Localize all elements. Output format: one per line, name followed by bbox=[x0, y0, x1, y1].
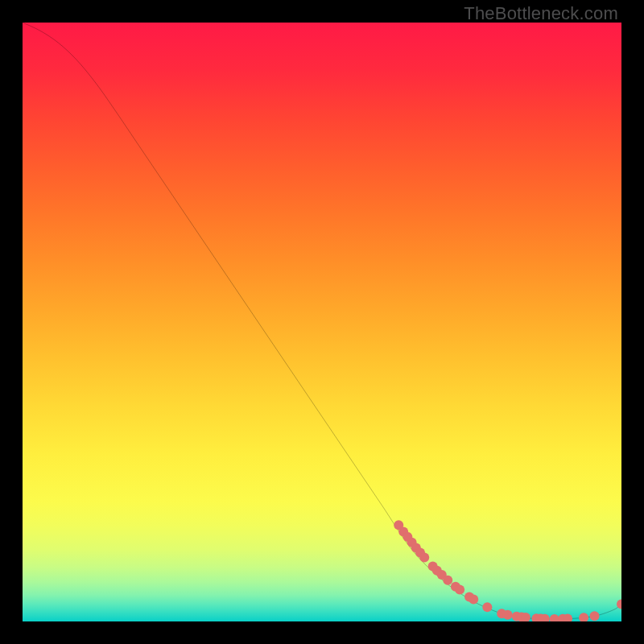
bottleneck-curve-path bbox=[23, 23, 621, 619]
plot-area bbox=[23, 23, 621, 621]
scatter-point bbox=[455, 585, 464, 595]
scatter-point bbox=[550, 614, 559, 621]
scatter-point bbox=[482, 602, 492, 612]
curve-layer bbox=[23, 23, 621, 621]
watermark-text: TheBottleneck.com bbox=[464, 3, 618, 24]
scatter-point bbox=[590, 611, 600, 621]
chart-stage: TheBottleneck.com bbox=[0, 0, 644, 644]
scatter-point bbox=[419, 552, 429, 562]
scatter-layer bbox=[394, 520, 621, 621]
scatter-point bbox=[579, 613, 588, 621]
scatter-point bbox=[617, 599, 621, 609]
scatter-point bbox=[469, 594, 478, 604]
scatter-point bbox=[443, 576, 452, 585]
scatter-point bbox=[503, 610, 513, 620]
